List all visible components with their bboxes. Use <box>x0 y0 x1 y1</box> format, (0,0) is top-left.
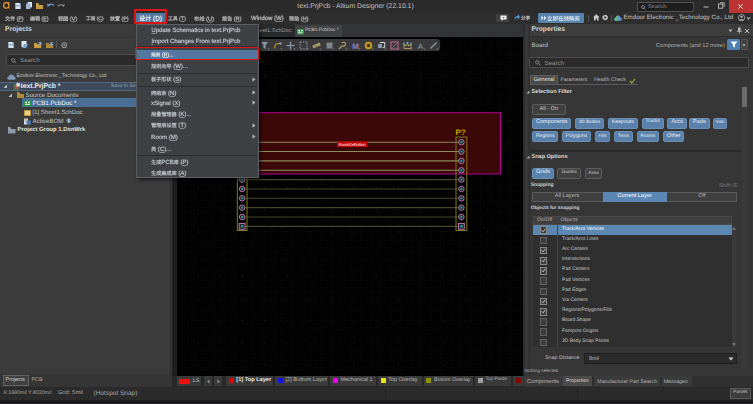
svg-text:RoomDefinition: RoomDefinition <box>339 141 367 146</box>
svg-text:P?: P? <box>456 127 466 136</box>
